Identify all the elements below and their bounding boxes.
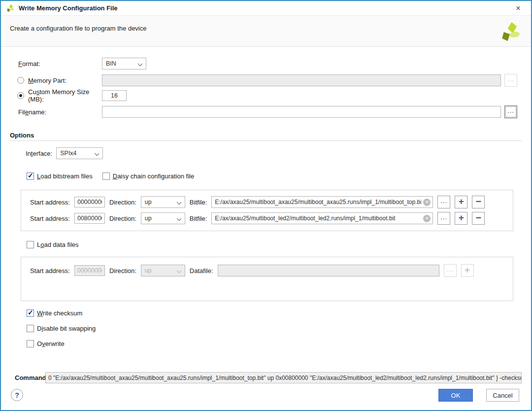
overwrite-checkbox[interactable] [27,340,34,347]
direction-label: Direction: [109,199,136,206]
datafile-field [218,265,439,276]
memory-part-input [102,74,501,86]
format-row: Format: BIN [18,58,146,69]
ok-button[interactable]: OK [438,389,473,402]
memory-part-radio[interactable] [17,77,24,84]
clear-icon[interactable] [423,199,431,206]
clear-icon[interactable] [423,215,431,222]
load-data-label: Load data files [37,241,79,248]
xilinx-logo [499,21,520,42]
write-checksum-checkbox[interactable] [27,309,34,317]
command-field[interactable]: 0 "E:/ax/axau25/multiboot_axau25/multibo… [45,372,522,383]
format-label: Format: [18,60,40,68]
format-select[interactable]: BIN [102,58,146,69]
load-data-checkbox[interactable] [27,241,34,248]
bitfile-browse-button[interactable]: ... [437,196,450,208]
start-address-label: Start address: [30,215,70,222]
format-select-value: BIN [106,60,116,67]
bitfile-field[interactable]: E:/ax/axau25/multiboot_led2/multiboot_le… [211,212,433,224]
load-bitstream-label: Load bitstream files [37,172,93,180]
bitstream-row-1: Start address: Direction: up Bitfile: E:… [30,196,485,208]
interface-select[interactable]: SPIx4 [56,147,103,159]
interface-select-value: SPIx4 [60,150,76,157]
direction-select[interactable]: up [141,196,185,208]
load-data-checkbox-row: Load data files [27,240,79,248]
direction-select-value: up [145,267,152,274]
custom-memory-size-row: Custom Memory Size (MB): [17,90,127,102]
data-file-row: Start address: Direction: up Datafile: .… [30,264,474,277]
remove-row-button[interactable]: − [472,196,485,208]
bitstream-files-group: Start address: Direction: up Bitfile: E:… [21,190,513,231]
datafile-browse-button: ... [444,264,457,277]
dialog-subtitle: Create a configuration file to program t… [10,25,147,32]
start-address-label: Start address: [30,199,70,206]
disable-bit-swapping-checkbox[interactable] [27,325,34,332]
start-address-input[interactable] [74,197,105,207]
bitstream-row-2: Start address: Direction: up Bitfile: E:… [30,212,485,225]
direction-label: Direction: [109,267,136,274]
custom-memory-size-radio[interactable] [17,92,24,99]
bitfile-browse-button[interactable]: ... [437,212,450,225]
bitfile-field[interactable]: E:/ax/axau25/multiboot_axau25/multiboot_… [211,196,433,208]
memory-part-label: Memory Part: [28,77,66,84]
overwrite-row: Overwrite [27,340,65,347]
chevron-down-icon [177,216,181,221]
direction-select-value: up [145,199,152,206]
options-divider [10,140,522,141]
close-icon[interactable]: × [512,3,524,14]
bitfile-path: E:/ax/axau25/multiboot_led2/multiboot_le… [215,215,421,222]
add-row-button: + [461,264,474,277]
command-label: Command: [15,374,48,381]
write-checksum-label: Write checksum [37,309,82,317]
direction-select-value: up [145,215,152,222]
remove-row-button[interactable]: − [472,212,485,225]
help-button[interactable]: ? [11,389,23,401]
direction-select[interactable]: up [141,212,185,224]
custom-memory-size-label: Custom Memory Size (MB): [28,88,102,103]
start-address-label: Start address: [30,267,70,274]
start-address-input[interactable] [74,213,105,224]
disable-bit-swapping-label: Disable bit swapping [37,325,96,332]
filename-label: Filename: [18,108,46,116]
chevron-down-icon [95,151,99,156]
cancel-button[interactable]: Cancel [486,389,519,402]
datafile-label: Datafile: [190,267,213,274]
daisy-chain-label: Daisy chain configuration file [113,172,194,180]
daisy-chain-checkbox[interactable] [102,172,110,180]
chevron-down-icon [138,62,142,66]
filename-browse-button[interactable]: ... [504,105,517,118]
interface-label: Interface: [26,150,52,157]
chevron-down-icon [177,200,181,205]
app-logo-icon [6,4,14,12]
interface-row: Interface: SPIx4 [26,147,103,159]
window-title: Write Memory Configuration File [19,4,118,12]
add-row-button[interactable]: + [455,196,467,208]
bitfile-path: E:/ax/axau25/multiboot_axau25/multiboot_… [215,199,421,206]
add-row-button[interactable]: + [455,212,467,225]
chevron-down-icon [177,269,181,273]
custom-memory-size-input[interactable] [102,90,127,101]
dialog-header: Create a configuration file to program t… [1,16,531,47]
bitfile-label: Bitfile: [190,215,207,222]
memory-part-row: Memory Part: ... [17,74,517,87]
direction-select: up [141,265,185,276]
start-address-input [74,265,105,276]
bitstream-checkbox-row: Load bitstream files Daisy chain configu… [27,172,194,180]
filename-row: Filename: ... [18,105,517,118]
filename-input[interactable] [102,106,501,118]
overwrite-label: Overwrite [37,340,65,347]
bitfile-label: Bitfile: [190,199,207,206]
title-bar[interactable]: Write Memory Configuration File × [1,1,531,16]
write-memory-configuration-dialog: Write Memory Configuration File × Create… [0,0,532,411]
write-checksum-row: Write checksum [27,309,82,317]
disable-bit-swapping-row: Disable bit swapping [27,324,96,332]
options-section-title: Options [10,132,34,139]
load-bitstream-checkbox[interactable] [27,172,34,180]
direction-label: Direction: [109,215,136,222]
data-files-group: Start address: Direction: up Datafile: .… [21,257,513,301]
memory-part-browse-button: ... [504,74,517,87]
